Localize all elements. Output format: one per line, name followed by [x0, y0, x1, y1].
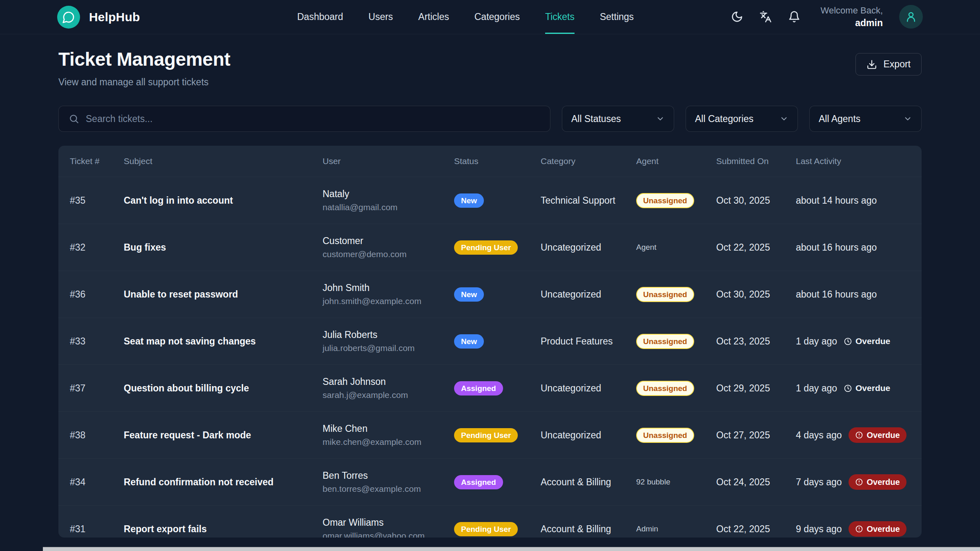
- ticket-number: #33: [70, 336, 124, 347]
- ticket-number: #36: [70, 289, 124, 300]
- table-row[interactable]: #31 Report export fails Omar Williams om…: [58, 505, 922, 538]
- chevron-down-icon: [903, 114, 912, 123]
- ticket-number: #38: [70, 430, 124, 441]
- overdue-badge: Overdue: [849, 521, 906, 537]
- top-navigation-bar: HelpHub Dashboard Users Articles Categor…: [0, 0, 980, 34]
- search-input[interactable]: [86, 113, 540, 124]
- table-row[interactable]: #32 Bug fixes Customer customer@demo.com…: [58, 224, 922, 271]
- table-row[interactable]: #36 Unable to reset password John Smith …: [58, 271, 922, 318]
- agent-filter-select[interactable]: All Agents: [809, 106, 922, 132]
- horizontal-scrollbar[interactable]: [43, 547, 980, 551]
- language-translate-icon[interactable]: [760, 11, 772, 23]
- table-row[interactable]: #38 Feature request - Dark mode Mike Che…: [58, 411, 922, 458]
- activity-cell: about 16 hours ago: [796, 289, 910, 300]
- nav-item-articles[interactable]: Articles: [418, 0, 449, 34]
- agent-cell: 92 bubble: [636, 478, 716, 487]
- user-cell: Mike Chen mike.chen@example.com: [323, 423, 454, 447]
- activity-text: about 14 hours ago: [796, 195, 877, 206]
- activity-cell: 1 day ago Overdue: [796, 383, 910, 394]
- status-cell: Pending User: [454, 522, 541, 536]
- brand[interactable]: HelpHub: [57, 6, 140, 29]
- filter-row: All Statuses All Categories All Agents: [58, 106, 922, 132]
- category-cell: Technical Support: [541, 195, 636, 206]
- agent-filter-value: All Agents: [819, 113, 860, 124]
- nav-item-users[interactable]: Users: [368, 0, 393, 34]
- agent-badge: Unassigned: [636, 428, 694, 443]
- nav-item-categories[interactable]: Categories: [474, 0, 520, 34]
- search-icon: [69, 113, 79, 124]
- table-row[interactable]: #33 Seat map not saving changes Julia Ro…: [58, 318, 922, 364]
- brand-name: HelpHub: [89, 10, 140, 24]
- chevron-down-icon: [656, 114, 665, 123]
- user-name: Customer: [323, 236, 454, 247]
- ticket-number: #37: [70, 383, 124, 394]
- search-box[interactable]: [58, 106, 550, 132]
- ticket-subject[interactable]: Unable to reset password: [124, 289, 323, 300]
- ticket-subject[interactable]: Bug fixes: [124, 242, 323, 253]
- export-button[interactable]: Export: [855, 53, 922, 76]
- dark-mode-toggle-moon-icon[interactable]: [731, 11, 743, 23]
- submitted-date: Oct 23, 2025: [716, 336, 796, 347]
- status-filter-select[interactable]: All Statuses: [562, 106, 674, 132]
- user-email: ben.torres@example.com: [323, 484, 454, 494]
- activity-text: 4 days ago: [796, 430, 842, 441]
- user-cell: John Smith john.smith@example.com: [323, 282, 454, 306]
- ticket-subject[interactable]: Can't log in into account: [124, 195, 323, 206]
- status-badge: Pending User: [454, 522, 518, 536]
- user-name: Mike Chen: [323, 423, 454, 434]
- download-icon: [866, 59, 877, 70]
- agent-cell: Admin: [636, 524, 716, 533]
- notifications-bell-icon[interactable]: [788, 11, 800, 23]
- welcome-text: Welcome Back,: [821, 4, 883, 17]
- activity-cell: 1 day ago Overdue: [796, 336, 910, 347]
- helphub-logo-icon: [57, 6, 80, 29]
- category-filter-value: All Categories: [695, 113, 753, 124]
- agent-badge: Unassigned: [636, 193, 694, 208]
- overdue-badge: Overdue: [849, 474, 906, 490]
- col-header-agent: Agent: [636, 156, 716, 166]
- user-avatar[interactable]: [899, 5, 923, 29]
- ticket-subject[interactable]: Refund confirmation not received: [124, 477, 323, 488]
- activity-cell: about 14 hours ago: [796, 195, 910, 206]
- col-header-status: Status: [454, 156, 541, 166]
- table-header-row: Ticket # Subject User Status Category Ag…: [58, 146, 922, 177]
- category-cell: Uncategorized: [541, 430, 636, 441]
- table-row[interactable]: #37 Question about billing cycle Sarah J…: [58, 364, 922, 411]
- category-filter-select[interactable]: All Categories: [686, 106, 798, 132]
- nav-item-tickets[interactable]: Tickets: [545, 0, 575, 34]
- status-cell: New: [454, 287, 541, 302]
- nav-item-dashboard[interactable]: Dashboard: [297, 0, 343, 34]
- agent-badge: Unassigned: [636, 334, 694, 349]
- col-header-subject: Subject: [124, 156, 323, 166]
- ticket-subject[interactable]: Question about billing cycle: [124, 383, 323, 394]
- submitted-date: Oct 30, 2025: [716, 195, 796, 206]
- ticket-subject[interactable]: Seat map not saving changes: [124, 336, 323, 347]
- col-header-category: Category: [541, 156, 636, 166]
- col-header-ticket: Ticket #: [70, 156, 124, 166]
- status-badge: New: [454, 287, 484, 302]
- ticket-subject[interactable]: Report export fails: [124, 524, 323, 535]
- category-cell: Account & Billing: [541, 477, 636, 488]
- status-badge: Pending User: [454, 240, 518, 255]
- category-cell: Uncategorized: [541, 383, 636, 394]
- user-email: mike.chen@example.com: [323, 437, 454, 447]
- user-name: Sarah Johnson: [323, 376, 454, 387]
- user-cell: Julia Roberts julia.roberts@gmail.com: [323, 329, 454, 353]
- table-row[interactable]: #35 Can't log in into account Nataly nat…: [58, 177, 922, 224]
- nav-item-settings[interactable]: Settings: [600, 0, 634, 34]
- username: admin: [821, 17, 883, 29]
- ticket-number: #32: [70, 242, 124, 253]
- submitted-date: Oct 22, 2025: [716, 524, 796, 535]
- clock-icon: [844, 384, 852, 393]
- agent-text: Agent: [636, 243, 657, 251]
- activity-text: about 16 hours ago: [796, 289, 877, 300]
- user-cell: Customer customer@demo.com: [323, 236, 454, 259]
- alert-circle-icon: [855, 431, 863, 439]
- agent-badge: Unassigned: [636, 287, 694, 302]
- user-name: Nataly: [323, 189, 454, 200]
- category-cell: Uncategorized: [541, 242, 636, 253]
- user-email: john.smith@example.com: [323, 296, 454, 306]
- table-row[interactable]: #34 Refund confirmation not received Ben…: [58, 458, 922, 505]
- user-email: julia.roberts@gmail.com: [323, 343, 454, 353]
- ticket-subject[interactable]: Feature request - Dark mode: [124, 430, 323, 441]
